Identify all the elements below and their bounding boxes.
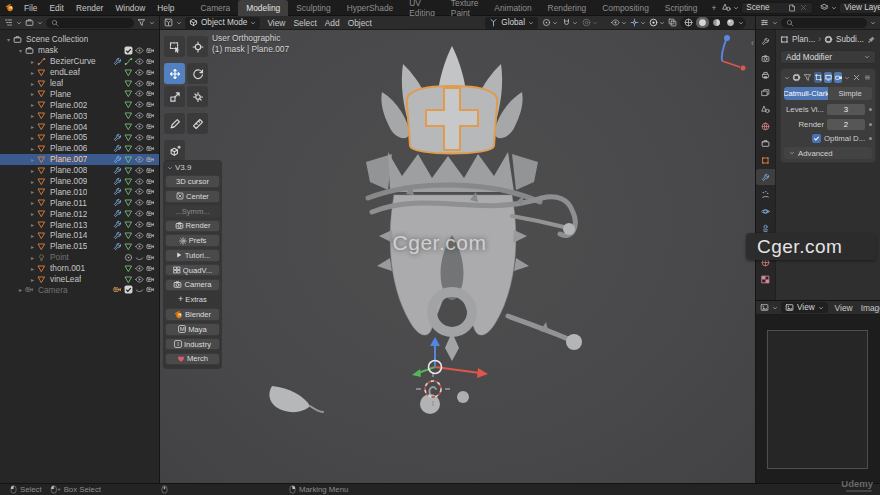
properties-tab-physics[interactable] — [756, 203, 775, 219]
properties-editor-icon[interactable] — [760, 18, 769, 27]
viewport-menu-object[interactable]: Object — [344, 18, 376, 28]
pivot-point-dropdown[interactable] — [542, 18, 558, 27]
outliner-search[interactable] — [46, 18, 134, 28]
pin-icon[interactable] — [867, 35, 876, 44]
v39-render-button[interactable]: Render — [165, 220, 220, 233]
expand-toggle[interactable]: ▸ — [28, 58, 37, 65]
workspace-tab-scripting[interactable]: Scripting — [657, 0, 706, 16]
outliner-row-plane-008[interactable]: ▸Plane.008 — [0, 165, 159, 176]
viewport-canvas[interactable]: User Orthographic (1) mask | Plane.007 V… — [160, 30, 755, 483]
shading-wireframe-button[interactable] — [682, 17, 695, 28]
render-visibility-toggle[interactable] — [145, 122, 156, 131]
expand-toggle[interactable]: ▸ — [28, 232, 37, 239]
outliner-row-mask[interactable]: ▾mask — [0, 45, 159, 56]
modifier-realtime-toggle[interactable] — [824, 72, 832, 83]
render-visibility-toggle[interactable] — [145, 144, 156, 153]
properties-tab-view-layer[interactable] — [756, 84, 775, 100]
menu-file[interactable]: File — [18, 3, 44, 13]
properties-tab-tool[interactable] — [756, 33, 775, 49]
show-object-types-dropdown[interactable] — [611, 18, 627, 27]
unlink-scene-icon[interactable] — [799, 3, 808, 12]
visibility-eye-toggle[interactable] — [134, 242, 145, 251]
filter-funnel-icon[interactable] — [137, 18, 146, 27]
v39-center-button[interactable]: Center — [165, 190, 220, 203]
expand-toggle[interactable]: ▸ — [28, 112, 37, 119]
tool-move-button[interactable] — [164, 63, 185, 84]
menu-window[interactable]: Window — [109, 3, 151, 13]
tool-measure-button[interactable] — [187, 113, 208, 134]
tool-select-box-button[interactable] — [164, 36, 185, 57]
visibility-eye-toggle[interactable] — [134, 57, 145, 66]
v39-symm-button[interactable]: ...Symm... — [165, 205, 220, 218]
tool-add-cube-button[interactable] — [164, 140, 185, 161]
outliner-row-plane-009[interactable]: ▸Plane.009 — [0, 176, 159, 187]
sidebar-expand-arrow[interactable]: ‹ — [751, 38, 754, 48]
render-visibility-toggle[interactable] — [145, 133, 156, 142]
outliner-row-beziercurve[interactable]: ▸BezierCurve — [0, 56, 159, 67]
expand-toggle[interactable]: ▸ — [28, 101, 37, 108]
navigation-gizmo[interactable] — [722, 35, 746, 71]
xray-toggle[interactable] — [668, 18, 677, 27]
render-visibility-toggle[interactable] — [145, 275, 156, 284]
render-visibility-toggle[interactable] — [145, 209, 156, 218]
v39-extras-button[interactable]: +Extras — [165, 293, 220, 306]
visibility-eye-toggle[interactable] — [134, 187, 145, 196]
visibility-eye-toggle[interactable] — [134, 220, 145, 229]
outliner-row-plane-013[interactable]: ▸Plane.013 — [0, 219, 159, 230]
menu-help[interactable]: Help — [151, 3, 180, 13]
render-visibility-toggle[interactable] — [145, 220, 156, 229]
menu-edit[interactable]: Edit — [44, 3, 70, 13]
animate-dot[interactable] — [869, 137, 872, 140]
visibility-eye-toggle[interactable] — [134, 264, 145, 273]
workspace-tab-animation[interactable]: Animation — [486, 0, 539, 16]
workspace-tab-hypershade[interactable]: HyperShade — [339, 0, 402, 16]
overlays-dropdown[interactable] — [649, 18, 665, 27]
render-visibility-toggle[interactable] — [145, 68, 156, 77]
subdivision-type-simple[interactable]: Simple — [828, 87, 872, 100]
outliner-row-plane-012[interactable]: ▸Plane.012 — [0, 208, 159, 219]
workspace-tab-modeling[interactable]: Modeling — [238, 0, 288, 16]
workspace-tab-compositing[interactable]: Compositing — [594, 0, 657, 16]
workspace-tab-camera[interactable]: Camera — [192, 0, 238, 16]
render-visibility-toggle[interactable] — [145, 198, 156, 207]
new-scene-icon[interactable] — [788, 4, 796, 12]
render-visibility-toggle[interactable] — [145, 285, 156, 294]
visibility-eye-toggle[interactable] — [134, 209, 145, 218]
expand-toggle[interactable]: ▸ — [16, 286, 25, 293]
expand-toggle[interactable]: ▸ — [28, 243, 37, 250]
view-layer-selector[interactable]: View Layer — [820, 2, 880, 14]
visibility-eye-toggle[interactable] — [134, 122, 145, 131]
menu-render[interactable]: Render — [70, 3, 109, 13]
workspace-tab-sculpting[interactable]: Sculpting — [288, 0, 338, 16]
subdivision-type-catmull-clark[interactable]: Catmull-Clark — [784, 87, 828, 100]
expand-toggle[interactable]: ▸ — [28, 80, 37, 87]
render-visibility-toggle[interactable] — [145, 111, 156, 120]
workspace-tab-rendering[interactable]: Rendering — [540, 0, 595, 16]
render-visibility-toggle[interactable] — [145, 89, 156, 98]
v39-camera-button[interactable]: Camera — [165, 279, 220, 292]
render-visibility-toggle[interactable] — [145, 187, 156, 196]
expand-toggle[interactable]: ▸ — [28, 188, 37, 195]
outliner-row-camera[interactable]: ▸Camera — [0, 284, 159, 295]
render-visibility-toggle[interactable] — [145, 57, 156, 66]
v39-maya-button[interactable]: MMaya — [165, 323, 220, 336]
render-visibility-toggle[interactable] — [145, 231, 156, 240]
workspace-tab-texture-paint[interactable]: Texture Paint — [443, 0, 486, 16]
render-visibility-toggle[interactable] — [145, 242, 156, 251]
expand-toggle[interactable]: ▸ — [28, 178, 37, 185]
outliner-row-plane-014[interactable]: ▸Plane.014 — [0, 230, 159, 241]
outliner-row-plane-005[interactable]: ▸Plane.005 — [0, 132, 159, 143]
properties-search-input[interactable] — [797, 18, 862, 27]
workspace-tab-uv-editing[interactable]: UV Editing — [401, 0, 443, 16]
advanced-subpanel[interactable]: Advanced — [784, 147, 872, 159]
render-visibility-toggle[interactable] — [145, 100, 156, 109]
collapse-toggle[interactable]: ▾ — [4, 36, 13, 43]
outliner-row-plane-003[interactable]: ▸Plane.003 — [0, 110, 159, 121]
expand-toggle[interactable]: ▸ — [28, 123, 37, 130]
properties-tab-world[interactable] — [756, 118, 775, 134]
outliner-row-endleaf[interactable]: ▸endLeaf — [0, 67, 159, 78]
expand-toggle[interactable]: ▸ — [28, 254, 37, 261]
visibility-eye-toggle[interactable] — [134, 231, 145, 240]
visibility-eye-toggle[interactable] — [134, 133, 145, 142]
drag-handle-icon[interactable] — [863, 73, 872, 82]
